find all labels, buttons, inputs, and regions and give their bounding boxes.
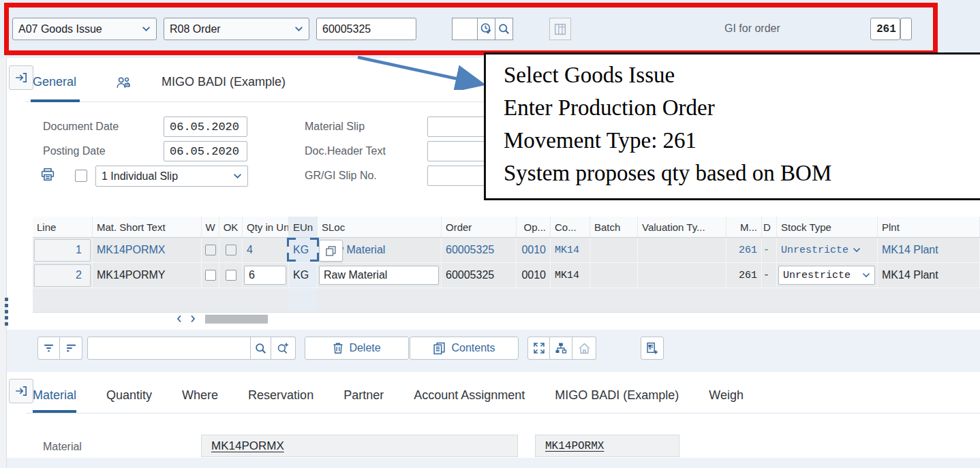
annotation-line: Enter Production Order: [504, 91, 980, 124]
col-eun: EUn: [289, 217, 318, 237]
scrollbar-thumb[interactable]: [205, 315, 268, 324]
tab-migo-badi[interactable]: MIGO BADI (Example): [162, 75, 286, 89]
contents-button[interactable]: Contents: [410, 337, 519, 360]
find-next-button[interactable]: [271, 337, 296, 360]
sort-descending-button[interactable]: [60, 337, 82, 360]
items-table: Line Mat. Short Text W OK Qty in UnE EUn…: [33, 217, 980, 313]
slip-type-select[interactable]: 1 Individual Slip: [95, 166, 248, 187]
scroll-left-button[interactable]: [172, 315, 186, 323]
home-button[interactable]: [572, 337, 596, 360]
sort-ascending-button[interactable]: [37, 337, 60, 360]
print-toggle[interactable]: [41, 168, 55, 181]
row2-m: 261: [726, 263, 762, 288]
row1-ok-checkbox[interactable]: [226, 245, 236, 255]
hierarchy-icon: [555, 342, 567, 354]
table-row-1: 1 MK14PORMX 4 KG Raw Material 60005325 0…: [33, 238, 980, 263]
scroll-right-button[interactable]: [186, 315, 200, 323]
fullscreen-button[interactable]: [527, 337, 550, 360]
hierarchy-button[interactable]: [550, 337, 572, 360]
sort-ascending-icon: [43, 343, 55, 354]
document-date-input[interactable]: 06.05.2020: [164, 116, 247, 137]
tab-material[interactable]: Material: [33, 388, 76, 413]
material-value-field[interactable]: MK14PORMX: [201, 435, 518, 457]
row1-qty[interactable]: 4: [243, 238, 289, 263]
expand-arrows-icon: [533, 342, 545, 354]
row2-qty-input[interactable]: 6: [244, 266, 286, 285]
collapse-header-icon: [14, 71, 28, 84]
document-date-value: 06.05.2020: [170, 121, 239, 134]
chevron-down-icon: [862, 272, 870, 278]
tab-migo-badi-detail[interactable]: MIGO BADI (Example): [555, 388, 679, 413]
col-line: Line: [33, 217, 93, 237]
row1-order: 60005325: [442, 238, 517, 263]
row2-ok-checkbox[interactable]: [226, 270, 236, 281]
tab-general[interactable]: General: [33, 75, 76, 89]
tab-account-assignment[interactable]: Account Assignment: [414, 388, 525, 413]
callout-arrow: [337, 49, 494, 90]
row2-plnt: MK14 Plant: [878, 263, 980, 288]
col-w: W: [202, 217, 219, 237]
trash-icon: [333, 342, 343, 354]
tab-partner-people[interactable]: [116, 76, 131, 89]
collapse-detail-button[interactable]: [9, 379, 33, 403]
row2-line-button[interactable]: 2: [34, 264, 91, 287]
col-mat-short-text: Mat. Short Text: [93, 217, 202, 237]
col-d: D: [762, 217, 777, 237]
find-input[interactable]: [87, 337, 251, 360]
row2-mat: MK14PORMY: [93, 263, 202, 288]
collapse-header-button[interactable]: [9, 65, 33, 90]
highlight-box: [4, 3, 938, 55]
col-op: Op...: [517, 217, 551, 237]
search-plus-icon: [277, 342, 290, 355]
tab-quantity[interactable]: Quantity: [106, 388, 152, 413]
print-checkbox[interactable]: [75, 170, 87, 182]
row1-m: 261: [726, 238, 762, 263]
posting-date-input[interactable]: 06.05.2020: [164, 141, 247, 161]
row2-stock-type-select[interactable]: Unrestricte: [778, 266, 875, 285]
row2-w-checkbox[interactable]: [205, 270, 216, 281]
row1-valuation: [638, 238, 726, 263]
row1-eun[interactable]: KG: [289, 238, 318, 263]
row1-batch: [590, 238, 638, 263]
items-table-header: Line Mat. Short Text W OK Qty in UnE EUn…: [33, 217, 980, 238]
contents-doc-icon: [433, 342, 446, 355]
tab-reservation[interactable]: Reservation: [248, 388, 313, 413]
tab-where[interactable]: Where: [182, 388, 218, 413]
people-icon: [116, 76, 131, 89]
annotation-line: System proposes qty based on BOM: [504, 157, 980, 189]
row1-stock-type-select[interactable]: Unrestricte: [781, 245, 861, 256]
col-ok: OK: [219, 217, 243, 237]
slip-type-value: 1 Individual Slip: [102, 170, 178, 183]
row2-sloc-input[interactable]: Raw Material: [319, 266, 439, 285]
col-order: Order: [442, 217, 517, 237]
row1-w-checkbox[interactable]: [205, 245, 216, 255]
migo-goods-issue-app: A07 Goods Issue R08 Order 60005325 GI fo…: [0, 0, 980, 468]
col-stock-type: Stock Type: [777, 217, 878, 237]
tab-weigh[interactable]: Weigh: [709, 388, 744, 413]
row2-stock-value: Unrestricte: [783, 270, 851, 281]
material-slip-label: Material Slip: [305, 121, 365, 133]
printer-icon: [41, 168, 55, 181]
col-plnt: Plnt: [878, 217, 980, 237]
col-m: M...: [726, 217, 762, 237]
left-splitter-gutter: [0, 58, 7, 468]
copy-cell-button[interactable]: [319, 240, 343, 262]
detail-tabs: Material Quantity Where Reservation Part…: [33, 388, 744, 413]
home-icon: [578, 343, 591, 354]
collapse-header-icon: [14, 384, 28, 398]
row2-eun[interactable]: KG: [289, 263, 318, 288]
copy-icon: [325, 245, 337, 257]
annotation-line: Select Goods Issue: [504, 59, 980, 91]
tab-partner[interactable]: Partner: [343, 388, 384, 413]
row2-co: MK14: [551, 263, 590, 288]
detail-view-button[interactable]: [641, 337, 664, 360]
table-row-2: 2 MK14PORMY 6 KG Raw Material 60005325 0…: [33, 263, 980, 288]
delete-button[interactable]: Delete: [305, 337, 409, 360]
find-button-lower[interactable]: [250, 337, 271, 360]
detail-tab-divider: [26, 413, 980, 414]
splitter-handle[interactable]: [5, 298, 9, 326]
row2-op: 0010: [517, 263, 551, 288]
row1-line-button[interactable]: 1: [34, 239, 91, 262]
chevron-right-icon: [190, 315, 196, 323]
row1-d: -: [762, 238, 777, 263]
